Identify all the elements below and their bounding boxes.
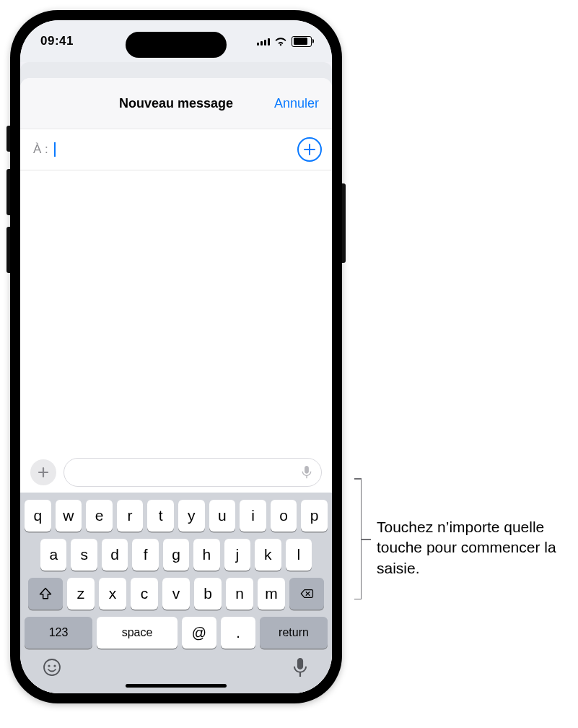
key-f[interactable]: f [132,539,158,571]
dynamic-island [126,32,227,58]
backspace-icon [299,586,314,601]
to-input[interactable] [54,141,297,158]
key-z[interactable]: z [67,578,95,610]
keyboard-row-1: q w e r t y u i o p [25,500,328,532]
key-k[interactable]: k [255,539,281,571]
svg-point-0 [44,659,60,675]
wifi-icon [274,36,287,46]
dictation-key[interactable] [290,657,310,677]
key-j[interactable]: j [224,539,250,571]
key-c[interactable]: c [131,578,158,610]
dot-key[interactable]: . [221,617,255,649]
shift-key[interactable] [28,578,63,610]
key-w[interactable]: w [56,500,82,532]
to-label: À : [33,142,48,157]
to-field-row[interactable]: À : [20,129,332,170]
key-n[interactable]: n [226,578,253,610]
status-time: 09:41 [40,34,74,48]
svg-point-2 [53,664,56,667]
cancel-button[interactable]: Annuler [274,78,319,129]
shift-icon [38,586,53,601]
backspace-key[interactable] [289,578,324,610]
key-g[interactable]: g [163,539,189,571]
key-r[interactable]: r [117,500,144,532]
battery-icon [292,36,312,47]
add-recipient-button[interactable] [297,137,322,162]
key-p[interactable]: p [301,500,328,532]
keyboard-row-4: 123 space @ . return [25,617,328,649]
key-e[interactable]: e [86,500,113,532]
key-v[interactable]: v [162,578,190,610]
key-i[interactable]: i [240,500,266,532]
plus-icon [304,144,315,155]
screen: 09:41 Nouveau message Annuler À : [20,20,332,693]
key-d[interactable]: d [102,539,128,571]
dictation-icon[interactable] [301,465,312,480]
callout-bracket [348,478,362,599]
cellular-signal-icon [257,37,270,46]
message-body-area[interactable] [20,170,332,451]
key-a[interactable]: a [40,539,66,571]
key-s[interactable]: s [71,539,97,571]
sheet-title: Nouveau message [119,96,233,111]
power-button [342,183,346,263]
new-message-sheet: Nouveau message Annuler À : [20,78,332,693]
attachments-button[interactable] [30,459,56,485]
keyboard-row-2: a s d f g h j k l [25,539,328,571]
home-indicator[interactable] [126,684,227,688]
sheet-header: Nouveau message Annuler [20,78,332,129]
space-key[interactable]: space [97,617,178,649]
emoji-key[interactable] [42,657,62,677]
volume-down-button [6,227,10,273]
message-input[interactable] [64,458,322,487]
callout-leader-line [361,539,371,540]
svg-point-1 [48,664,50,667]
compose-bar [20,451,332,493]
volume-up-button [6,169,10,215]
key-m[interactable]: m [258,578,285,610]
key-y[interactable]: y [178,500,205,532]
return-key[interactable]: return [260,617,328,649]
key-h[interactable]: h [193,539,219,571]
key-o[interactable]: o [271,500,297,532]
plus-icon [38,467,49,478]
key-x[interactable]: x [99,578,126,610]
text-caret [54,142,56,157]
key-q[interactable]: q [25,500,51,532]
key-b[interactable]: b [194,578,222,610]
key-t[interactable]: t [147,500,174,532]
at-key[interactable]: @ [182,617,216,649]
numbers-key[interactable]: 123 [25,617,92,649]
key-u[interactable]: u [209,500,236,532]
side-button [6,126,10,152]
phone-frame: 09:41 Nouveau message Annuler À : [10,10,342,703]
keyboard-row-3: z x c v b n m [25,578,328,610]
keyboard: q w e r t y u i o p a s d [20,493,332,693]
callout-text: Touchez n’importe quelle touche pour com… [377,517,570,578]
key-l[interactable]: l [286,539,312,571]
